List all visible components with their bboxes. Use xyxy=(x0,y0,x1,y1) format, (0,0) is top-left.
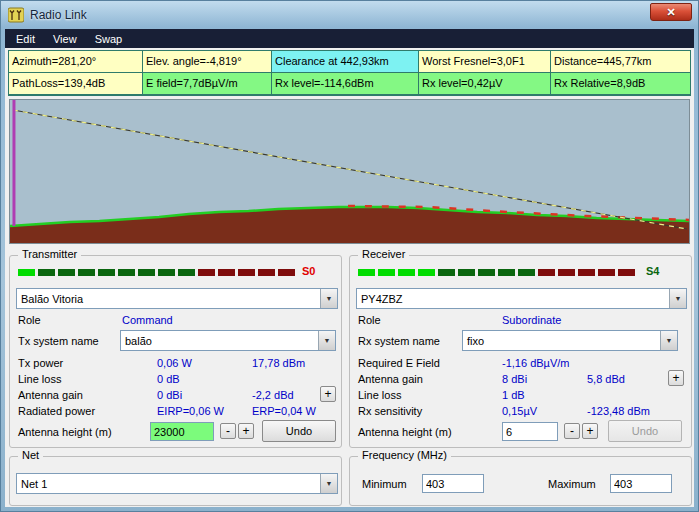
tx-antenna-gain-dbi: 0 dBi xyxy=(157,389,182,401)
tx-role-value: Command xyxy=(122,314,173,326)
chevron-down-icon[interactable]: ▼ xyxy=(320,289,337,308)
info-rx-relative: Rx Relative=8,9dB xyxy=(551,73,690,94)
rx-sensitivity-label: Rx sensitivity xyxy=(358,405,422,417)
rx-required-efield-label: Required E Field xyxy=(358,357,440,369)
menu-swap[interactable]: Swap xyxy=(86,29,132,48)
tx-system-combobox[interactable]: balão ▼ xyxy=(120,330,336,351)
menu-view[interactable]: View xyxy=(44,29,86,48)
rx-sensitivity-uv: 0,15µV xyxy=(502,405,537,417)
link-info-panel: Azimuth=281,20° Elev. angle=-4,819° Clea… xyxy=(8,50,691,96)
tx-station-value: Balão Vitoria xyxy=(17,289,320,308)
frequency-maximum-label: Maximum xyxy=(548,478,596,490)
tx-radiated-power-label: Radiated power xyxy=(18,405,95,417)
rx-height-plus-button[interactable]: + xyxy=(582,423,598,439)
tx-system-value: balão xyxy=(121,331,318,350)
tx-height-minus-button[interactable]: - xyxy=(220,423,236,439)
tx-power-label: Tx power xyxy=(18,357,63,369)
app-icon xyxy=(8,7,24,23)
tx-signal-bar xyxy=(18,268,295,276)
info-rx-level-uv: Rx level=0,42µV xyxy=(419,73,550,94)
net-value: Net 1 xyxy=(17,474,320,493)
rx-antenna-gain-plus-button[interactable]: + xyxy=(668,370,684,386)
close-button[interactable]: ✕ xyxy=(650,3,692,21)
rx-system-value: fixo xyxy=(463,331,660,350)
rx-antenna-gain-dbi: 8 dBi xyxy=(502,373,527,385)
tx-height-plus-button[interactable]: + xyxy=(238,423,254,439)
chevron-down-icon[interactable]: ▼ xyxy=(669,289,686,308)
rx-line-loss-label: Line loss xyxy=(358,389,401,401)
info-clearance: Clearance at 442,93km xyxy=(272,51,418,72)
info-worst-fresnel: Worst Fresnel=3,0F1 xyxy=(419,51,550,72)
tx-system-label: Tx system name xyxy=(18,335,99,347)
radio-link-window: Radio Link ✕ Edit View Swap Azimuth=281,… xyxy=(0,0,699,512)
rx-antenna-gain-label: Antenna gain xyxy=(358,373,423,385)
window-content: Edit View Swap Azimuth=281,20° Elev. ang… xyxy=(5,29,694,507)
rx-antenna-height-label: Antenna height (m) xyxy=(358,426,452,438)
tx-antenna-height-label: Antenna height (m) xyxy=(18,426,112,438)
tx-undo-button[interactable]: Undo xyxy=(262,420,336,442)
net-panel-title: Net xyxy=(18,449,43,461)
frequency-minimum-label: Minimum xyxy=(362,478,407,490)
tx-antenna-height-input[interactable] xyxy=(150,422,214,441)
rx-system-combobox[interactable]: fixo ▼ xyxy=(462,330,678,351)
profile-chart[interactable] xyxy=(9,99,690,244)
chevron-down-icon[interactable]: ▼ xyxy=(660,331,677,350)
receiver-panel: Receiver S4 PY4ZBZ ▼ Role Subordinate Rx… xyxy=(349,255,692,448)
tx-eirp-value: EIRP=0,06 W xyxy=(157,405,224,417)
rx-signal-bar xyxy=(358,268,635,276)
info-azimuth: Azimuth=281,20° xyxy=(9,51,142,72)
frequency-maximum-input[interactable] xyxy=(610,474,672,493)
menu-bar: Edit View Swap xyxy=(5,29,694,48)
frequency-panel: Frequency (MHz) Minimum Maximum xyxy=(349,456,692,506)
receiver-panel-title: Receiver xyxy=(358,248,409,260)
net-combobox[interactable]: Net 1 ▼ xyxy=(16,473,338,494)
rx-sensitivity-dbm: -123,48 dBm xyxy=(587,405,650,417)
rx-signal-label: S4 xyxy=(646,265,659,277)
tx-signal-label: S0 xyxy=(302,265,315,277)
tx-power-watts: 0,06 W xyxy=(157,357,192,369)
tx-antenna-gain-dbd: -2,2 dBd xyxy=(252,389,294,401)
rx-required-efield-value: -1,16 dBµV/m xyxy=(502,357,569,369)
transmitter-panel-title: Transmitter xyxy=(18,248,81,260)
rx-height-minus-button[interactable]: - xyxy=(564,423,580,439)
info-pathloss: PathLoss=139,4dB xyxy=(9,73,142,94)
menu-edit[interactable]: Edit xyxy=(7,29,44,48)
window-title: Radio Link xyxy=(30,8,87,22)
rx-station-value: PY4ZBZ xyxy=(357,289,669,308)
rx-station-combobox[interactable]: PY4ZBZ ▼ xyxy=(356,288,687,309)
rx-antenna-gain-dbd: 5,8 dBd xyxy=(587,373,625,385)
tx-antenna-gain-label: Antenna gain xyxy=(18,389,83,401)
info-elev-angle: Elev. angle=-4,819° xyxy=(143,51,271,72)
rx-system-label: Rx system name xyxy=(358,335,440,347)
close-icon: ✕ xyxy=(666,6,675,19)
tx-erp-value: ERP=0,04 W xyxy=(252,405,316,417)
tx-line-loss-label: Line loss xyxy=(18,373,61,385)
tx-line-loss-value: 0 dB xyxy=(157,373,180,385)
tx-antenna-gain-plus-button[interactable]: + xyxy=(320,386,336,402)
title-bar[interactable]: Radio Link ✕ xyxy=(1,1,698,29)
info-e-field: E field=7,7dBµV/m xyxy=(143,73,271,94)
rx-role-label: Role xyxy=(358,314,381,326)
chevron-down-icon[interactable]: ▼ xyxy=(320,474,337,493)
net-panel: Net Net 1 ▼ xyxy=(9,456,342,506)
info-rx-level-dbm: Rx level=-114,6dBm xyxy=(272,73,418,94)
frequency-minimum-input[interactable] xyxy=(422,474,484,493)
tx-role-label: Role xyxy=(18,314,41,326)
transmitter-panel: Transmitter S0 Balão Vitoria ▼ Role Comm… xyxy=(9,255,342,448)
info-distance: Distance=445,77km xyxy=(551,51,690,72)
tx-power-dbm: 17,78 dBm xyxy=(252,357,305,369)
tx-station-combobox[interactable]: Balão Vitoria ▼ xyxy=(16,288,338,309)
chevron-down-icon[interactable]: ▼ xyxy=(318,331,335,350)
rx-antenna-height-input[interactable] xyxy=(502,422,558,441)
frequency-panel-title: Frequency (MHz) xyxy=(358,449,451,461)
rx-line-loss-value: 1 dB xyxy=(502,389,525,401)
rx-undo-button: Undo xyxy=(608,420,682,442)
rx-role-value: Subordinate xyxy=(502,314,561,326)
